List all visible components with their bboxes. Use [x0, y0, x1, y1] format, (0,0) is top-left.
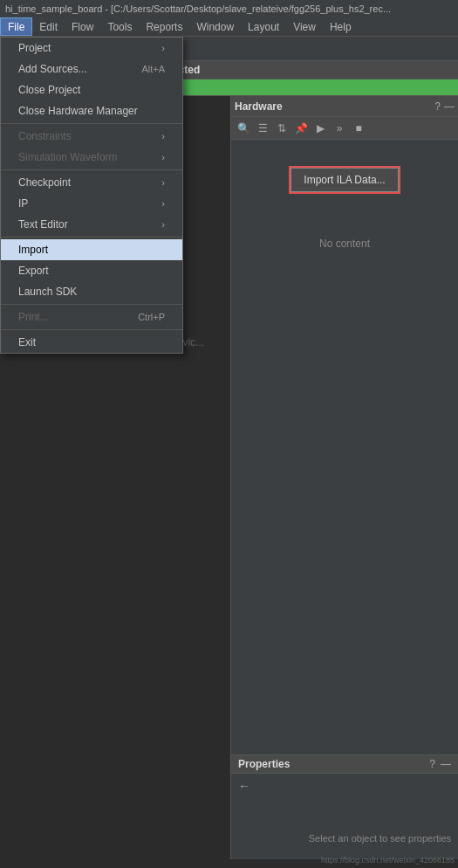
- launch-sdk-label: Launch SDK: [18, 286, 77, 298]
- dropdown-close-project[interactable]: Close Project: [1, 79, 182, 100]
- dropdown-ip[interactable]: IP ›: [1, 193, 182, 214]
- dropdown-sep-2: [1, 169, 182, 170]
- menu-bar: File Edit Flow Tools Reports Window Layo…: [0, 17, 458, 37]
- dropdown-import[interactable]: Import: [1, 239, 182, 260]
- hw-dash-icon[interactable]: —: [444, 100, 455, 113]
- close-project-label: Close Project: [18, 84, 80, 96]
- ip-label: IP: [18, 197, 28, 210]
- export-label: Export: [18, 265, 49, 277]
- hw-expand-btn[interactable]: ⇅: [273, 120, 291, 137]
- right-panel: Hardware ? — 🔍 ☰ ⇅ 📌 ▶ » ■ Import ILA Da…: [231, 96, 458, 859]
- text-editor-label: Text Editor: [18, 218, 68, 231]
- constraints-arrow-icon: ›: [161, 131, 165, 141]
- hw-pin-btn[interactable]: 📌: [292, 120, 310, 137]
- hw-stop-btn[interactable]: ■: [350, 120, 367, 137]
- dropdown-checkpoint[interactable]: Checkpoint ›: [1, 172, 182, 193]
- dropdown-simulation-waveform: Simulation Waveform ›: [1, 147, 182, 168]
- dropdown-project[interactable]: Project ›: [1, 38, 182, 59]
- add-sources-label: Add Sources...: [18, 63, 87, 75]
- close-hw-manager-label: Close Hardware Manager: [18, 105, 138, 117]
- properties-icons: ? —: [429, 758, 451, 770]
- dropdown-print: Print... Ctrl+P: [1, 307, 182, 327]
- props-question-icon[interactable]: ?: [429, 758, 435, 770]
- sim-wave-arrow-icon: ›: [161, 152, 165, 162]
- dropdown-sep-5: [1, 329, 182, 330]
- dropdown-sep-4: [1, 304, 182, 305]
- project-arrow-icon: ›: [161, 43, 165, 53]
- dropdown-sep-3: [1, 237, 182, 238]
- hw-question-icon[interactable]: ?: [434, 100, 441, 113]
- hw-toolbar: 🔍 ☰ ⇅ 📌 ▶ » ■: [231, 117, 458, 140]
- dropdown-project-label: Project: [18, 42, 51, 54]
- constraints-label: Constraints: [18, 130, 72, 142]
- menu-view[interactable]: View: [286, 17, 323, 36]
- hw-more-btn[interactable]: »: [331, 120, 348, 137]
- menu-flow[interactable]: Flow: [65, 17, 100, 36]
- import-ila-section: Import ILA Data...: [231, 140, 458, 220]
- title-bar: hi_time_sample_board - [C:/Users/Scottar…: [0, 0, 458, 17]
- properties-panel: Properties ? — ← Select an object to see…: [231, 754, 458, 859]
- dropdown-exit[interactable]: Exit: [1, 332, 182, 353]
- ip-arrow-icon: ›: [161, 198, 165, 209]
- hw-tab-title: Hardware: [235, 100, 283, 113]
- checkpoint-label: Checkpoint: [18, 176, 71, 189]
- print-shortcut: Ctrl+P: [138, 312, 165, 322]
- hw-play-btn[interactable]: ▶: [311, 120, 329, 137]
- select-obj-text: Select an object to see properties: [231, 798, 458, 847]
- props-dash-icon[interactable]: —: [441, 758, 451, 770]
- text-editor-arrow-icon: ›: [161, 219, 165, 230]
- dropdown-export[interactable]: Export: [1, 260, 182, 281]
- simulation-waveform-label: Simulation Waveform: [18, 151, 118, 163]
- no-content-label: No content: [231, 220, 458, 267]
- dropdown-close-hw-manager[interactable]: Close Hardware Manager: [1, 100, 182, 121]
- dropdown-sep-1: [1, 123, 182, 124]
- menu-help[interactable]: Help: [323, 17, 359, 36]
- title-text: hi_time_sample_board - [C:/Users/Scottar…: [5, 3, 391, 14]
- dropdown-launch-sdk[interactable]: Launch SDK: [1, 281, 182, 302]
- hw-collapse-btn[interactable]: ☰: [254, 120, 271, 137]
- hw-search-btn[interactable]: 🔍: [235, 120, 252, 137]
- add-sources-shortcut: Alt+A: [141, 64, 165, 74]
- hw-tab-bar: Hardware ? —: [231, 96, 458, 117]
- menu-window[interactable]: Window: [189, 17, 241, 36]
- dropdown-menu: Project › Add Sources... Alt+A Close Pro…: [0, 37, 183, 354]
- watermark: https://blog.csdn.net/weixin_42066185: [321, 856, 455, 865]
- properties-back-arrow[interactable]: ←: [231, 774, 458, 798]
- dropdown-text-editor[interactable]: Text Editor ›: [1, 214, 182, 235]
- file-dropdown: Project › Add Sources... Alt+A Close Pro…: [0, 37, 183, 354]
- import-ila-button[interactable]: Import ILA Data...: [291, 168, 398, 192]
- properties-title: Properties: [238, 758, 290, 770]
- menu-edit[interactable]: Edit: [32, 17, 65, 36]
- checkpoint-arrow-icon: ›: [161, 177, 165, 188]
- dropdown-add-sources[interactable]: Add Sources... Alt+A: [1, 59, 182, 79]
- import-ila-highlight-box: Import ILA Data...: [289, 166, 400, 194]
- menu-file[interactable]: File: [0, 17, 32, 36]
- hw-tab-icons: ? —: [434, 100, 455, 113]
- properties-header: Properties ? —: [231, 755, 458, 774]
- menu-reports[interactable]: Reports: [139, 17, 189, 36]
- dropdown-constraints: Constraints ›: [1, 126, 182, 147]
- menu-layout[interactable]: Layout: [241, 17, 286, 36]
- print-label: Print...: [18, 311, 49, 323]
- exit-label: Exit: [18, 336, 36, 348]
- menu-tools[interactable]: Tools: [100, 17, 139, 36]
- import-label: Import: [18, 244, 48, 256]
